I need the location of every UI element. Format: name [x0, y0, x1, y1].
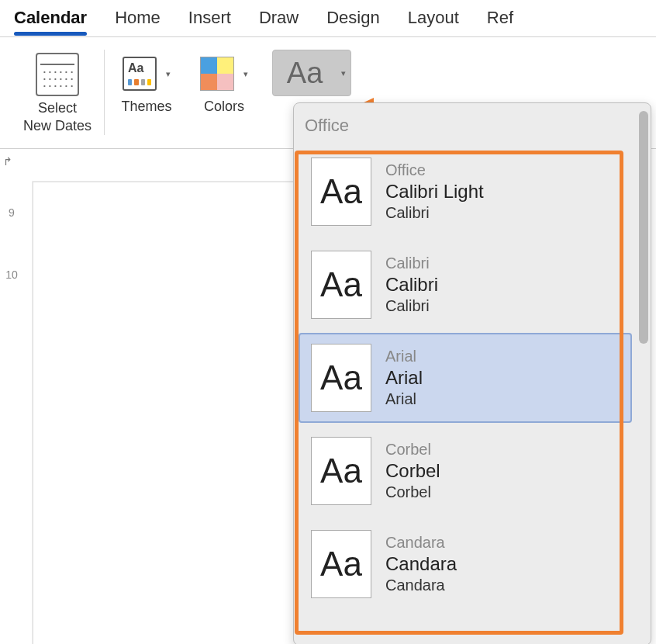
font-minor: Calibri [385, 204, 484, 222]
chevron-down-icon: ▾ [341, 68, 346, 78]
font-major: Calibri Light [385, 181, 484, 203]
fonts-dropdown: Office Aa Office Calibri Light Calibri A… [293, 102, 651, 644]
themes-group: Aa ▾ Themes [108, 45, 185, 140]
ruler-mark: 10 [5, 244, 18, 306]
font-major: Candara [385, 553, 457, 575]
font-info: Corbel Corbel Corbel [385, 441, 440, 501]
font-swatch-icon: Aa [311, 530, 371, 598]
font-major: Calibri [385, 274, 438, 296]
font-minor: Candara [385, 576, 457, 594]
themes-icon: Aa [123, 57, 157, 91]
font-minor: Calibri [385, 297, 438, 315]
font-theme-name: Candara [385, 534, 457, 552]
font-minor: Corbel [385, 483, 440, 501]
font-option[interactable]: Aa Candara Candara Candara [299, 519, 632, 609]
font-swatch-icon: Aa [311, 158, 371, 226]
font-info: Calibri Calibri Calibri [385, 254, 438, 315]
font-theme-name: Calibri [385, 254, 438, 272]
font-info: Candara Candara Candara [385, 534, 457, 594]
ribbon-tabs: Calendar Home Insert Draw Design Layout … [0, 0, 656, 37]
font-major: Corbel [385, 460, 440, 482]
tab-design[interactable]: Design [326, 8, 379, 34]
font-option[interactable]: Aa Arial Arial Arial [299, 333, 632, 423]
chevron-down-icon: ▾ [166, 69, 171, 79]
font-minor: Arial [385, 390, 423, 408]
tab-references-partial[interactable]: Ref [487, 8, 513, 34]
tab-insert[interactable]: Insert [188, 8, 231, 34]
font-theme-name: Corbel [385, 441, 440, 459]
dropdown-section-header: Office [294, 103, 637, 144]
fonts-icon: Aa [278, 54, 332, 92]
font-theme-name: Office [385, 161, 484, 179]
font-option[interactable]: Aa Corbel Corbel Corbel [299, 426, 632, 516]
themes-label: Themes [122, 98, 172, 116]
ruler-corner-icon: ↱ [3, 155, 12, 168]
tab-layout[interactable]: Layout [408, 8, 459, 34]
colors-group: ▾ Colors [185, 45, 263, 140]
colors-label: Colors [204, 98, 244, 116]
font-swatch-icon: Aa [311, 344, 371, 412]
font-info: Office Calibri Light Calibri [385, 161, 484, 222]
tab-calendar[interactable]: Calendar [14, 8, 87, 34]
select-dates-label: Select New Dates [23, 99, 91, 134]
calendar-icon[interactable] [36, 53, 79, 96]
toolbar-divider [104, 50, 105, 135]
tab-home[interactable]: Home [115, 8, 161, 34]
page-preview[interactable] [33, 182, 296, 644]
colors-icon [200, 57, 234, 91]
ruler-mark: 9 [9, 182, 15, 244]
select-dates-group: Select New Dates [14, 45, 101, 140]
scrollbar-thumb[interactable] [639, 111, 648, 344]
tab-draw[interactable]: Draw [259, 8, 299, 34]
chevron-down-icon: ▾ [243, 69, 248, 79]
fonts-button[interactable]: Aa ▾ [272, 50, 351, 96]
vertical-ruler: 9 10 [0, 182, 23, 644]
font-major: Arial [385, 367, 423, 389]
font-swatch-icon: Aa [311, 251, 371, 319]
font-option[interactable]: Aa Office Calibri Light Calibri [299, 147, 632, 237]
font-info: Arial Arial Arial [385, 348, 423, 408]
font-theme-name: Arial [385, 348, 423, 365]
font-swatch-icon: Aa [311, 437, 371, 505]
font-option[interactable]: Aa Calibri Calibri Calibri [299, 240, 632, 330]
scrollbar-track[interactable] [637, 103, 651, 644]
themes-button[interactable]: Aa ▾ [117, 53, 176, 95]
colors-button[interactable]: ▾ [195, 53, 254, 95]
